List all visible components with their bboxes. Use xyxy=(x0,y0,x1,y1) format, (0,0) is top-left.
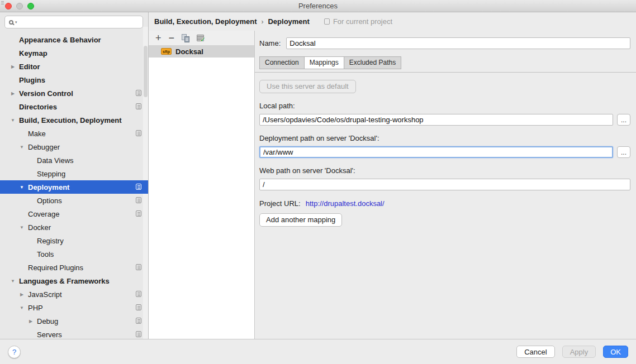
per-project-icon xyxy=(136,197,141,203)
scope-label: For current project xyxy=(333,17,392,26)
project-url-label: Project URL: xyxy=(259,199,301,208)
local-path-row: ... xyxy=(259,114,630,126)
add-mapping-button[interactable]: Add another mapping xyxy=(259,213,342,227)
preferences-window: Preferences ▾ Appearance & BehaviorKeyma… xyxy=(0,0,636,364)
chevron-down-icon[interactable]: ▼ xyxy=(7,279,19,284)
sidebar-item-tools[interactable]: Tools xyxy=(0,247,148,261)
sidebar-item-make[interactable]: Make xyxy=(0,127,148,140)
sftp-icon: sftp xyxy=(161,48,172,55)
local-path-input[interactable] xyxy=(259,114,613,126)
breadcrumb-section[interactable]: Build, Execution, Deployment xyxy=(154,17,257,26)
sidebar-item-appearance-behavior[interactable]: Appearance & Behavior xyxy=(0,33,148,46)
breadcrumb-page: Deployment xyxy=(268,17,309,26)
sidebar-item-label: Servers xyxy=(37,331,62,339)
sidebar-item-label: Debugger xyxy=(28,143,60,151)
server-item-docksal[interactable]: sftpDocksal xyxy=(149,45,254,58)
server-item-label: Docksal xyxy=(175,47,203,56)
cancel-button[interactable]: Cancel xyxy=(516,346,554,358)
help-button[interactable]: ? xyxy=(8,346,21,358)
sidebar-item-javascript[interactable]: ▶JavaScript xyxy=(0,288,148,301)
remove-icon[interactable]: − xyxy=(169,34,175,42)
content-area: Build, Execution, Deployment › Deploymen… xyxy=(149,12,636,339)
sidebar-item-debugger[interactable]: ▼Debugger xyxy=(0,140,148,154)
per-project-icon xyxy=(136,103,141,109)
tab-connection[interactable]: Connection xyxy=(259,56,305,69)
deployment-path-browse-button[interactable]: ... xyxy=(617,146,630,158)
apply-button[interactable]: Apply xyxy=(562,346,596,358)
chevron-down-icon[interactable]: ▼ xyxy=(16,185,28,190)
project-url-link[interactable]: http://drupaltest.docksal/ xyxy=(306,199,385,208)
deployment-split: + − sftpDocksal Name: ConnectionMappings… xyxy=(149,31,636,339)
per-project-icon xyxy=(136,264,141,270)
sidebar-item-label: Plugins xyxy=(19,76,45,84)
sidebar-item-label: Deployment xyxy=(28,183,69,191)
sidebar-item-label: Tools xyxy=(37,250,54,258)
tab-divider xyxy=(255,72,636,73)
search-input[interactable] xyxy=(18,18,139,26)
local-path-browse-button[interactable]: ... xyxy=(617,114,630,126)
chevron-down-icon[interactable]: ▼ xyxy=(16,225,28,230)
scope-indicator: For current project xyxy=(324,17,392,26)
settings-search-field[interactable]: ▾ xyxy=(4,16,143,28)
search-options-caret-icon[interactable]: ▾ xyxy=(15,20,17,25)
per-project-icon xyxy=(136,130,141,136)
sidebar-item-deployment[interactable]: ▼Deployment xyxy=(0,180,148,194)
tab-mappings[interactable]: Mappings xyxy=(304,56,344,69)
chevron-down-icon[interactable]: ▼ xyxy=(16,305,28,310)
sidebar-item-servers[interactable]: Servers xyxy=(0,328,148,339)
per-project-icon xyxy=(136,184,141,190)
sidebar-item-version-control[interactable]: ▶Version Control xyxy=(0,87,148,100)
sidebar-item-label: Appearance & Behavior xyxy=(19,36,101,44)
chevron-right-icon[interactable]: ▶ xyxy=(25,319,37,324)
sidebar-item-label: Data Views xyxy=(37,156,74,165)
sidebar-item-label: Debug xyxy=(37,317,58,325)
sidebar-item-registry[interactable]: Registry xyxy=(0,234,148,247)
sidebar-item-label: Stepping xyxy=(37,170,65,178)
sidebar-item-editor[interactable]: ▶Editor xyxy=(0,60,148,73)
search-area: ▾ xyxy=(0,12,148,31)
close-window-button[interactable] xyxy=(5,3,12,9)
project-url-row: Project URL: http://drupaltest.docksal/ xyxy=(259,199,630,208)
web-path-input[interactable] xyxy=(259,179,630,190)
local-path-label: Local path: xyxy=(259,102,630,110)
sidebar-item-label: Registry xyxy=(37,237,64,245)
chevron-right-icon[interactable]: ▶ xyxy=(7,64,19,69)
sidebar-item-languages-frameworks[interactable]: ▼Languages & Frameworks xyxy=(0,274,148,288)
tab-excluded-paths[interactable]: Excluded Paths xyxy=(344,56,401,69)
name-input[interactable] xyxy=(286,37,630,49)
sidebar-item-label: Options xyxy=(37,197,62,205)
sidebar-item-plugins[interactable]: Plugins xyxy=(0,73,148,87)
deployment-form: Name: ConnectionMappingsExcluded Paths U… xyxy=(255,31,636,339)
chevron-right-icon[interactable]: ▶ xyxy=(7,91,19,96)
deployment-path-input[interactable] xyxy=(259,146,613,158)
sidebar-item-coverage[interactable]: Coverage xyxy=(0,207,148,221)
sidebar-item-build-execution-deployment[interactable]: ▼Build, Execution, Deployment xyxy=(0,113,148,127)
ok-button[interactable]: OK xyxy=(603,346,628,358)
zoom-window-button[interactable] xyxy=(27,3,34,9)
use-as-default-icon[interactable] xyxy=(197,35,204,41)
sidebar-item-debug[interactable]: ▶Debug xyxy=(0,314,148,328)
sidebar-item-docker[interactable]: ▼Docker xyxy=(0,221,148,234)
sidebar-item-options[interactable]: Options xyxy=(0,194,148,207)
sidebar-item-required-plugins[interactable]: Required Plugins xyxy=(0,261,148,274)
sidebar-item-label: Version Control xyxy=(19,89,73,98)
sidebar-item-data-views[interactable]: Data Views xyxy=(0,154,148,167)
chevron-down-icon[interactable]: ▼ xyxy=(7,118,19,123)
sidebar-item-keymap[interactable]: Keymap xyxy=(0,46,148,60)
sidebar-item-label: Required Plugins xyxy=(28,264,83,272)
server-list[interactable]: sftpDocksal xyxy=(149,45,254,339)
sidebar-item-php[interactable]: ▼PHP xyxy=(0,301,148,314)
footer-bar: ? Cancel Apply OK xyxy=(0,339,636,364)
server-list-panel: + − sftpDocksal xyxy=(149,31,255,339)
add-icon[interactable]: + xyxy=(155,34,162,42)
sidebar-item-stepping[interactable]: Stepping xyxy=(0,167,148,180)
per-project-icon xyxy=(136,318,141,324)
sidebar-item-label: Docker xyxy=(28,223,51,232)
sidebar-tree: Appearance & BehaviorKeymap▶EditorPlugin… xyxy=(0,33,148,339)
settings-sidebar: ▾ Appearance & BehaviorKeymap▶EditorPlug… xyxy=(0,12,149,339)
chevron-right-icon[interactable]: ▶ xyxy=(16,292,28,297)
sidebar-item-directories[interactable]: Directories xyxy=(0,100,148,113)
chevron-down-icon[interactable]: ▼ xyxy=(16,145,28,150)
copy-icon[interactable] xyxy=(182,34,189,42)
use-default-button[interactable]: Use this server as default xyxy=(259,80,356,93)
